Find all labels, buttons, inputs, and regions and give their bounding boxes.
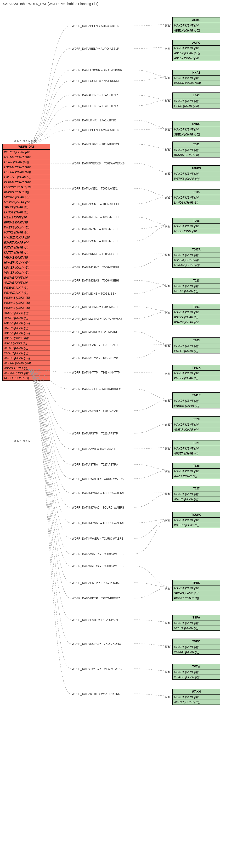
field-row: VKORG [CHAR (4)] [3, 195, 50, 200]
field-row: ALIFNR [CHAR (10)] [3, 361, 50, 365]
relation-label: WDFR_DAT-ABELP = AUPO-ABELP [72, 47, 119, 51]
field-row: ASTRA [CHAR (4)] [173, 496, 220, 501]
relation-label: WDFR_DAT-AAVIT = T626-AAVIT [72, 447, 115, 451]
field-row: MANDT [CLNT (3)] [173, 171, 220, 176]
relation-label: WDFR_DAT-VKORG = TVKO-VKORG [72, 642, 121, 646]
er-canvas: WDFR_DAT WERKS [CHAR (4)]MATNR [CHAR (18… [0, 8, 226, 868]
field-row: MANDT [CLNT (3)] [173, 23, 220, 28]
field-row: AFDTP [CHAR (1)] [3, 345, 50, 350]
table-t626: T626MANDT [CLNT (3)]AAVIT [CHAR (4)] [172, 463, 220, 479]
table-header: WAKH [173, 689, 220, 694]
table-header: T627 [173, 486, 220, 491]
cardinality: 0..N [165, 196, 170, 199]
field-row: LOCNR [CHAR (10)] [3, 165, 50, 170]
field-row: AUFAR [CHAR (4)] [173, 427, 220, 432]
field-row: HWAER [CUKY (5)] [3, 260, 50, 265]
table-header: T621 [173, 440, 220, 446]
field-row: WERKS [CHAR (4)] [173, 176, 220, 181]
field-row: SPRAS [LANG (1)] [173, 591, 220, 596]
cardinality: 0..N [165, 493, 170, 496]
relation-label: WDFR_DAT-ASTRA = T627-ASTRA [72, 463, 118, 466]
field-row: MANDT [CLNT (3)] [173, 670, 220, 675]
field-row: APSTP [CHAR (4)] [3, 315, 50, 320]
cardinality: 0..N [165, 622, 170, 625]
relation-label: WDFR_DAT-BASME = T006-MSEHI [72, 240, 118, 243]
field-row: WAERS [CUKY (5)] [173, 523, 220, 528]
field-row: BPRME [UNIT (3)] [3, 220, 50, 225]
table-auko: AUKOMANDT [CLNT (3)]ABELN [CHAR (10)] [172, 17, 220, 33]
relation-label: WDFR_DAT-LIEFNR = LFA1-LIFNR [72, 104, 118, 108]
field-row: WERKS [CHAR (4)] [3, 150, 50, 155]
field-row: BUKRS [CHAR (4)] [3, 190, 50, 195]
relation-label: WDFR_DAT-INDANZ = T006-MSEHI [72, 266, 119, 269]
cardinality: 0..N [165, 400, 170, 402]
field-row: MSEHI [UNIT (3)] [173, 229, 220, 234]
field-row: MANDT [CLNT (3)] [173, 283, 220, 288]
cardinality: 0..N [165, 149, 170, 152]
relation-label: WDFR_DAT-AUFAR = T620-AUFAR [72, 409, 118, 412]
field-row: SPART [CHAR (2)] [173, 625, 220, 630]
field-row: ANZME [UNIT (3)] [3, 280, 50, 285]
table-header: TCURC [173, 512, 220, 518]
field-row: MANDT [CLNT (3)] [173, 98, 220, 103]
field-row: MANDT [CLNT (3)] [173, 491, 220, 496]
cardinality: 0..N [165, 173, 170, 176]
field-row: MANDT [CLNT (3)] [173, 518, 220, 523]
table-t023: T023MANDT [CLNT (3)]MATKL [CHAR (9)] [172, 278, 220, 294]
table-header: T441R [173, 393, 220, 398]
field-row: MANDT [CLNT (3)] [173, 371, 220, 376]
field-row: FLOCNR [CHAR (10)] [3, 185, 50, 190]
table-t627: T627MANDT [CLNT (3)]ASTRA [CHAR (4)] [172, 486, 220, 502]
relation-label: WDFR_DAT-INDBAS = T006-MSEHI [72, 279, 119, 282]
field-row: MWSKZ [CHAR (2)] [173, 262, 220, 268]
cardinality: 0..N [165, 696, 170, 699]
field-row: BUKRS [CHAR (4)] [173, 152, 220, 157]
field-row: ABELN [CHAR (10)] [3, 330, 50, 335]
table-header: T001W [173, 166, 220, 171]
table-header: TVKO [173, 639, 220, 644]
cardinality: 0..N [165, 587, 170, 590]
field-row: MANDT [CLNT (3)] [173, 620, 220, 625]
table-header: T007A [173, 247, 220, 252]
relation-label: WDFR_DAT-MATKL = T023-MATKL [72, 330, 118, 334]
table-header: AUKO [173, 18, 220, 23]
cardinality: 0..N [165, 285, 170, 288]
relation-label: WDFR_DAT-APSTP = T621-APSTP [72, 432, 118, 435]
relation-label: WDFR_DAT-VRKME = T006-MSEHI [72, 305, 118, 309]
field-row: ABELP [NUMC (5)] [3, 335, 50, 340]
cardinality: 0..N [165, 225, 170, 228]
relation-label: WDFR_DAT-INDWA3 = TCURC-WAERS [72, 522, 124, 525]
relation-label: WDFR_DAT-MEINS = T006-MSEHI [72, 292, 117, 296]
field-row: AUFAR [CHAR (4)] [3, 310, 50, 315]
field-row: BSTYP [CHAR (1)] [173, 315, 220, 320]
relation-label: WDFR_DAT-PSTYP = T163-PSTYP [72, 356, 118, 360]
field-row: AKTNR [CHAR (10)] [173, 700, 220, 705]
table-t007a: T007AMANDT [CLNT (3)]KALSM [CHAR (6)]MWS… [172, 247, 220, 268]
cardinality: 0..N [165, 128, 170, 131]
field-row: ABELN [CHAR (10)] [173, 51, 220, 56]
cardinality: 0..N [165, 254, 170, 257]
table-aupo: AUPOMANDT [CLNT (3)]ABELN [CHAR (10)]ABE… [172, 40, 220, 61]
field-row: MANDT [CLNT (3)] [173, 398, 220, 403]
field-row: WAERS [CUKY (5)] [3, 225, 50, 230]
table-header: TPRG [173, 580, 220, 586]
relation-label: WDFR_DAT-VKDTP = TPRG-PRGBZ [72, 597, 120, 600]
table-header: T001 [173, 142, 220, 147]
field-row: KNTTP [CHAR (1)] [3, 250, 50, 255]
table-tprg: TPRGMANDT [CLNT (3)]SPRAS [LANG (1)]PRGB… [172, 580, 220, 601]
field-row: BSART [CHAR (4)] [3, 240, 50, 245]
field-row: MANDT [CLNT (3)] [173, 45, 220, 51]
field-row: ABELN [CHAR (10)] [173, 28, 220, 33]
field-row: MANDT [CLNT (3)] [173, 469, 220, 474]
field-row: MANDT [CLNT (3)] [173, 644, 220, 649]
field-row: LIEFNR [CHAR (10)] [3, 170, 50, 175]
relation-label: WDFR_DAT-BSART = T161-BSART [72, 343, 118, 347]
field-row: MANDT [CLNT (3)] [173, 75, 220, 81]
relation-label: WDFR_DAT-ALIFNR = LFA1-LIFNR [72, 94, 118, 97]
field-row: MANDT [CLNT (3)] [173, 694, 220, 700]
field-row: MANDT [CLNT (3)] [173, 127, 220, 132]
field-row: MANDT [CLNT (3)] [173, 195, 220, 200]
table-t006: T006MANDT [CLNT (3)]MSEHI [UNIT (3)] [172, 218, 220, 234]
relation-label: WDFR_DAT-MWSKZ = T007A-MWSKZ [72, 317, 122, 320]
table-tvko: TVKOMANDT [CLNT (3)]VKORG [CHAR (4)] [172, 639, 220, 655]
